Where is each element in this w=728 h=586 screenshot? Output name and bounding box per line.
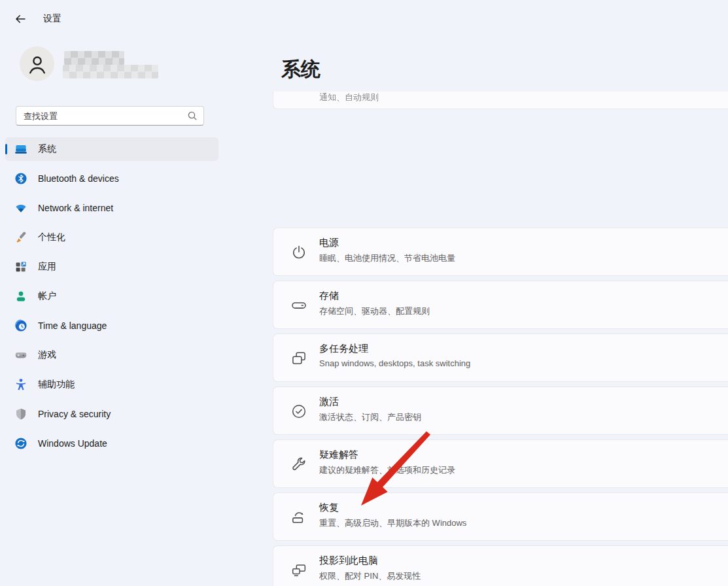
search-box — [16, 106, 204, 126]
apps-icon — [14, 260, 27, 273]
settings-card-subtitle: 激活状态、订阅、产品密钥 — [319, 411, 421, 423]
settings-card-subtitle: 重置、高级启动、早期版本的 Windows — [319, 517, 466, 529]
sidebar-item-label: Privacy & security — [38, 409, 111, 419]
sidebar-item-label: Bluetooth & devices — [38, 173, 119, 184]
sidebar-item-system[interactable]: 系统 — [5, 137, 218, 161]
sidebar-item-label: Network & internet — [38, 203, 113, 213]
page-title: 系统 — [281, 56, 321, 83]
settings-card-title: 激活 — [319, 396, 339, 408]
titlebar: 设置 — [13, 12, 61, 26]
sidebar-item-label: 辅助功能 — [38, 379, 75, 390]
recovery-icon — [290, 509, 307, 526]
back-arrow-icon — [14, 13, 26, 25]
project-to-pc-icon — [290, 562, 307, 579]
settings-card-subtitle: 存储空间、驱动器、配置规则 — [319, 305, 430, 317]
settings-card-subtitle: 建议的疑难解答、首选项和历史记录 — [319, 464, 455, 476]
settings-card-title: 恢复 — [319, 502, 339, 514]
sidebar-item-accounts[interactable]: 帐户 — [5, 284, 218, 308]
settings-card-subtitle: 睡眠、电池使用情况、节省电池电量 — [319, 252, 455, 264]
search-input[interactable] — [16, 111, 187, 121]
gaming-icon — [14, 349, 27, 362]
troubleshoot-wrench-icon — [290, 456, 307, 473]
settings-card-activation[interactable]: 激活 激活状态、订阅、产品密钥 — [273, 387, 728, 435]
settings-card-title: 电源 — [319, 237, 339, 249]
activation-icon — [290, 403, 307, 420]
accessibility-icon — [14, 378, 27, 391]
bluetooth-icon — [14, 172, 27, 185]
settings-card-subtitle: Snap windows, desktops, task switching — [319, 358, 470, 368]
power-icon — [290, 244, 307, 261]
blurred-username — [63, 51, 158, 78]
sidebar-item-label: 系统 — [38, 143, 56, 155]
settings-card-title: 疑难解答 — [319, 449, 358, 461]
sidebar-item-accessibility[interactable]: 辅助功能 — [5, 373, 218, 396]
storage-icon — [290, 297, 307, 314]
privacy-icon — [14, 407, 27, 421]
settings-card-title: 存储 — [319, 290, 339, 302]
sidebar-item-label: 应用 — [38, 261, 56, 273]
personalization-icon — [14, 231, 27, 244]
sidebar-item-network-internet[interactable]: Network & internet — [5, 196, 218, 220]
sidebar-item-gaming[interactable]: 游戏 — [5, 343, 218, 367]
system-icon — [14, 143, 27, 156]
settings-card-storage[interactable]: 存储 存储空间、驱动器、配置规则 — [273, 281, 728, 329]
multitasking-icon — [290, 350, 307, 367]
app-title: 设置 — [43, 13, 61, 25]
sidebar-item-bluetooth-devices[interactable]: Bluetooth & devices — [5, 167, 218, 190]
sidebar-item-windows-update[interactable]: Windows Update — [5, 432, 218, 455]
sidebar: 系统 Bluetooth & devices Network & interne… — [5, 137, 218, 461]
settings-card-partial[interactable]: 通知、自动规则 — [273, 92, 728, 109]
settings-card-title: 投影到此电脑 — [319, 555, 378, 567]
sidebar-item-apps[interactable]: 应用 — [5, 255, 218, 279]
settings-card-multitasking[interactable]: 多任务处理 Snap windows, desktops, task switc… — [273, 334, 728, 382]
settings-card-project-to-pc[interactable]: 投影到此电脑 权限、配对 PIN、易发现性 — [273, 545, 728, 586]
settings-card-subtitle: 权限、配对 PIN、易发现性 — [319, 570, 421, 582]
search-icon[interactable] — [187, 111, 198, 121]
windows-update-icon — [14, 437, 27, 450]
person-icon — [26, 53, 48, 75]
settings-card-subtitle: 通知、自动规则 — [319, 92, 379, 103]
time-language-icon — [14, 319, 27, 332]
sidebar-item-label: Time & language — [38, 320, 107, 331]
sidebar-item-time-language[interactable]: Time & language — [5, 314, 218, 337]
sidebar-item-privacy-security[interactable]: Privacy & security — [5, 402, 218, 426]
accounts-icon — [14, 290, 27, 303]
avatar[interactable] — [20, 46, 54, 81]
settings-card-troubleshoot[interactable]: 疑难解答 建议的疑难解答、首选项和历史记录 — [273, 439, 728, 488]
back-button[interactable] — [13, 12, 27, 26]
selected-accent-bar — [5, 144, 7, 154]
settings-card-title: 多任务处理 — [319, 343, 368, 355]
sidebar-item-personalization[interactable]: 个性化 — [5, 226, 218, 249]
settings-card-recovery[interactable]: 恢复 重置、高级启动、早期版本的 Windows — [273, 492, 728, 541]
sidebar-item-label: Windows Update — [38, 438, 107, 449]
network-icon — [14, 201, 27, 215]
sidebar-item-label: 帐户 — [38, 290, 56, 302]
sidebar-item-label: 个性化 — [38, 232, 65, 243]
settings-card-power[interactable]: 电源 睡眠、电池使用情况、节省电池电量 — [273, 228, 728, 276]
sidebar-item-label: 游戏 — [38, 349, 56, 361]
